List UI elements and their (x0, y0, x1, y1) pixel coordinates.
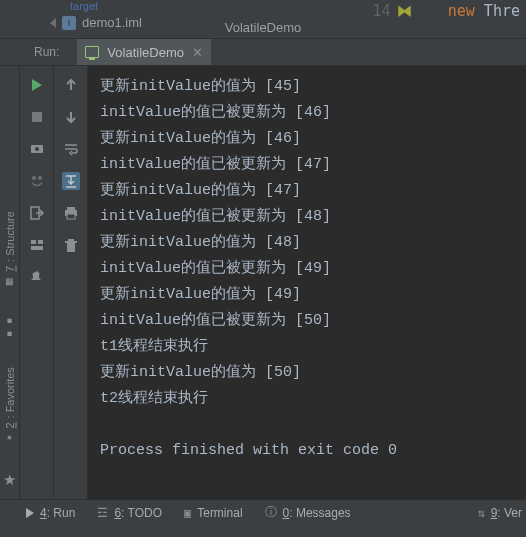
scroll-to-end-button[interactable] (62, 172, 80, 190)
tool-run[interactable]: 4: Run (26, 506, 75, 520)
svg-rect-8 (38, 240, 43, 244)
down-stack-button[interactable] (62, 108, 80, 126)
svg-rect-9 (31, 246, 43, 250)
exit-button[interactable] (28, 204, 46, 222)
svg-rect-10 (67, 207, 75, 210)
editor-area: target I demo1.iml VolatileDemo 14⧓ new … (0, 0, 526, 38)
run-tool-header: Run: VolatileDemo ✕ (0, 38, 526, 66)
svg-rect-12 (67, 214, 75, 219)
rerun-button[interactable] (28, 76, 46, 94)
dump-threads-button[interactable] (28, 140, 46, 158)
side-tab-structure[interactable]: ▦7: Structure (3, 211, 16, 289)
clear-all-button[interactable] (62, 236, 80, 254)
close-icon[interactable]: ✕ (192, 45, 203, 60)
svg-point-5 (38, 176, 42, 180)
svg-point-3 (35, 147, 39, 151)
svg-marker-0 (32, 79, 42, 91)
tree-file-iml[interactable]: I demo1.iml (50, 15, 142, 30)
code-fragment: 14⧓ new Thre (373, 2, 520, 20)
debug-breakpoint-button[interactable] (28, 172, 46, 190)
file-icon: I (62, 16, 76, 30)
status-bar-text (0, 525, 526, 537)
tool-version-control[interactable]: ⇅ 9: Ver (477, 506, 522, 520)
soft-wrap-button[interactable] (62, 140, 80, 158)
up-stack-button[interactable] (62, 76, 80, 94)
run-config-tab[interactable]: VolatileDemo ✕ (77, 39, 211, 65)
vcs-icon: ⇅ (477, 506, 484, 520)
svg-rect-7 (31, 240, 36, 244)
play-icon (26, 508, 34, 518)
terminal-icon: ▣ (184, 506, 191, 520)
tree-file-label: demo1.iml (82, 15, 142, 30)
side-tab-bookmark[interactable]: ▪▪ (3, 315, 16, 341)
layout-button[interactable] (28, 236, 46, 254)
tree-collapse-icon (50, 18, 56, 28)
tree-folder-target[interactable]: target (70, 0, 98, 12)
stop-button[interactable] (28, 108, 46, 126)
star-icon[interactable]: ★ (3, 471, 16, 489)
svg-rect-1 (32, 112, 42, 122)
pin-button[interactable] (28, 268, 46, 286)
tool-messages[interactable]: ⓘ 0: Messages (265, 504, 351, 521)
run-actions-primary (20, 66, 54, 499)
svg-point-4 (32, 176, 36, 180)
tool-todo[interactable]: ☲ 6: TODO (97, 506, 162, 520)
run-config-icon (85, 46, 99, 58)
run-actions-secondary (54, 66, 88, 499)
list-icon: ☲ (97, 506, 108, 520)
print-button[interactable] (62, 204, 80, 222)
info-icon: ⓘ (265, 504, 277, 521)
console-output[interactable]: 更新initValue的值为 [45] initValue的值已被更新为 [46… (88, 66, 526, 499)
tool-terminal[interactable]: ▣ Terminal (184, 506, 243, 520)
side-tab-favorites[interactable]: ★2: Favorites (3, 367, 16, 445)
run-config-name: VolatileDemo (107, 45, 184, 60)
side-tabs: ▦7: Structure ▪▪ ★2: Favorites ★ (0, 66, 20, 499)
editor-tab-label[interactable]: VolatileDemo (225, 20, 302, 35)
bottom-tool-bar: 4: Run ☲ 6: TODO ▣ Terminal ⓘ 0: Message… (0, 499, 526, 525)
run-label: Run: (34, 45, 59, 59)
